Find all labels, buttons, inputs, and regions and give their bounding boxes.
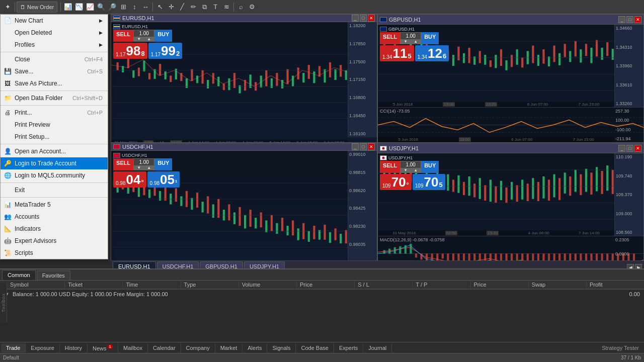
menu-indicators[interactable]: 📐 Indicators: [1, 223, 108, 235]
chart-eurusd-close[interactable]: ✕: [368, 15, 375, 22]
menu-open-account[interactable]: 👤 Open an Account...: [1, 145, 108, 157]
toolbar-settings-btn[interactable]: ⚙: [247, 2, 258, 13]
menu-new-chart[interactable]: 📄 New Chart ▶: [1, 15, 108, 27]
menu-login-mql5[interactable]: 🌐 Login to MQL5.community: [1, 169, 108, 182]
usdjpy-lot-input[interactable]: [400, 161, 421, 168]
toolbar-zoom-in-btn[interactable]: 🔍: [96, 2, 107, 13]
ea-icon: 🤖: [3, 236, 13, 246]
chart-usdjpy-min[interactable]: _: [618, 145, 625, 152]
svg-rect-30: [276, 73, 278, 86]
eurusd-sell-btn[interactable]: SELL: [113, 30, 133, 42]
usdjpy-buy-btn[interactable]: BUY: [421, 161, 439, 173]
menu-print-setup[interactable]: Print Setup...: [1, 131, 108, 143]
scripts-icon: 📜: [3, 248, 13, 258]
toolbar-chart-btn-2[interactable]: 📉: [73, 2, 85, 13]
menu-print-preview[interactable]: Print Preview: [1, 119, 108, 131]
eurusd-lot-down[interactable]: ▼: [134, 37, 144, 41]
toolbar-cursor-btn[interactable]: ✦: [2, 2, 13, 13]
menu-close[interactable]: Close Ctrl+F4: [1, 53, 108, 65]
toolbar-chart-btn-3[interactable]: 📈: [85, 2, 96, 13]
toolbar-chart-btn-1[interactable]: 📊: [62, 2, 73, 13]
bottom-tab-company[interactable]: Company: [181, 343, 215, 352]
toolbar-draw-btn[interactable]: ✏: [188, 2, 199, 13]
bottom-tab-code-base[interactable]: Code Base: [296, 343, 334, 352]
usdchf-lot-input[interactable]: [134, 159, 154, 165]
eurusd-lot-input[interactable]: [134, 30, 154, 37]
svg-rect-136: [308, 231, 310, 242]
chart-eurusd-max[interactable]: □: [360, 15, 367, 22]
gbpusd-flag: [380, 27, 387, 32]
usdchf-lot-down[interactable]: ▼: [134, 165, 144, 170]
menu-accounts[interactable]: 👥 Accounts: [1, 211, 108, 223]
gbpusd-sell-price: 1.34 11 5: [380, 45, 414, 61]
svg-rect-29: [271, 78, 273, 88]
bottom-tab-exposure[interactable]: Exposure: [26, 343, 59, 352]
gbpusd-lot-down[interactable]: ▼: [400, 39, 411, 44]
chart-usdchf-max[interactable]: □: [360, 143, 367, 150]
svg-rect-109: [165, 186, 167, 201]
usdchf-buy-btn[interactable]: BUY: [154, 158, 172, 170]
chart-gbpusd-max[interactable]: □: [626, 16, 633, 23]
menu-exit[interactable]: Exit: [1, 184, 108, 196]
bottom-tab-experts[interactable]: Experts: [334, 343, 363, 352]
toolbar-search-btn[interactable]: ⌕: [235, 2, 247, 13]
usdjpy-lot-down[interactable]: ▼: [400, 168, 411, 172]
chart-usdjpy-close[interactable]: ✕: [634, 145, 641, 152]
usdchf-lot-up[interactable]: ▲: [144, 165, 154, 170]
menu-open-data-folder[interactable]: 📁 Open Data Folder Ctrl+Shift+D: [1, 92, 108, 104]
usdjpy-buy-price: 109 70 5: [413, 174, 445, 190]
menu-profiles[interactable]: Profiles ▶: [1, 39, 108, 51]
chart-eurusd-min[interactable]: _: [352, 15, 359, 22]
chart-gbpusd-min[interactable]: _: [618, 16, 625, 23]
menu-save[interactable]: 💾 Save... Ctrl+S: [1, 65, 108, 77]
menu-metatrader5[interactable]: 📊 MetaTrader 5: [1, 199, 108, 211]
terminal-top-tabs: Common Favorites Toolbox: [0, 269, 644, 281]
toolbar-grid-btn[interactable]: ⊞: [118, 2, 129, 13]
menu-scripts[interactable]: 📜 Scripts: [1, 247, 108, 259]
toolbar-shapes-btn[interactable]: ⧉: [199, 2, 210, 13]
menu-open-deleted[interactable]: Open Deleted ▶: [1, 27, 108, 39]
bottom-tab-market[interactable]: Market: [215, 343, 243, 352]
col-ticket: Ticket: [65, 281, 123, 289]
toolbar-line-btn[interactable]: ╱: [177, 2, 188, 13]
toolbar-cross-btn[interactable]: ✛: [166, 2, 177, 13]
bottom-tab-trade[interactable]: Trade: [1, 343, 26, 352]
svg-rect-32: [286, 69, 288, 84]
eurusd-buy-btn[interactable]: BUY: [154, 30, 172, 42]
chart-usdchf-close[interactable]: ✕: [368, 143, 375, 150]
chart-eurusd-content: EURUSD,H1 SELL ▼ ▲ BUY: [111, 22, 377, 143]
gbpusd-sell-btn[interactable]: SELL: [380, 32, 400, 44]
usdchf-sell-btn[interactable]: SELL: [113, 158, 133, 170]
terminal-tab-common[interactable]: Common: [2, 270, 36, 280]
toolbar-text-btn[interactable]: T: [210, 2, 221, 13]
chart-usdjpy-max[interactable]: □: [626, 145, 633, 152]
bottom-tab-calendar[interactable]: Calendar: [148, 343, 181, 352]
new-order-button[interactable]: 🗒 New Order: [17, 2, 57, 13]
menu-print[interactable]: 🖨 Print... Ctrl+P: [1, 107, 108, 119]
chart-gbpusd-title: GBPUSD,H1: [389, 17, 421, 23]
usdjpy-sell-btn[interactable]: SELL: [380, 161, 400, 173]
gbpusd-lot-up[interactable]: ▲: [411, 39, 421, 44]
menu-save-picture[interactable]: 🖼 Save As Picture...: [1, 77, 108, 89]
menu-login-trade[interactable]: 🔑 Login to Trade Account: [1, 157, 108, 169]
gbpusd-lot-input[interactable]: [400, 33, 421, 39]
toolbar-scroll2-btn[interactable]: ↔: [140, 2, 151, 13]
toolbar-fib-btn[interactable]: ≋: [221, 2, 232, 13]
bottom-tab-alerts[interactable]: Alerts: [243, 343, 267, 352]
bottom-tab-mailbox[interactable]: Mailbox: [118, 343, 148, 352]
gbpusd-buy-btn[interactable]: BUY: [421, 32, 439, 44]
bottom-tab-signals[interactable]: Signals: [267, 343, 296, 352]
toolbar-scroll-btn[interactable]: ↕: [129, 2, 140, 13]
menu-expert-advisors[interactable]: 🤖 Expert Advisors: [1, 235, 108, 247]
toolbar-zoom-out-btn[interactable]: 🔎: [107, 2, 118, 13]
chart-usdchf-min[interactable]: _: [352, 143, 359, 150]
bottom-tab-news[interactable]: News1: [88, 343, 118, 353]
toolbar-cursor2-btn[interactable]: ↖: [154, 2, 166, 13]
eurusd-lot-up[interactable]: ▲: [144, 37, 154, 41]
exit-icon: [3, 185, 13, 195]
usdjpy-lot-up[interactable]: ▲: [411, 168, 421, 172]
bottom-tab-history[interactable]: History: [60, 343, 88, 352]
chart-gbpusd-close[interactable]: ✕: [634, 16, 641, 23]
bottom-tab-journal[interactable]: Journal: [363, 343, 392, 352]
terminal-tab-favorites[interactable]: Favorites: [37, 270, 70, 280]
